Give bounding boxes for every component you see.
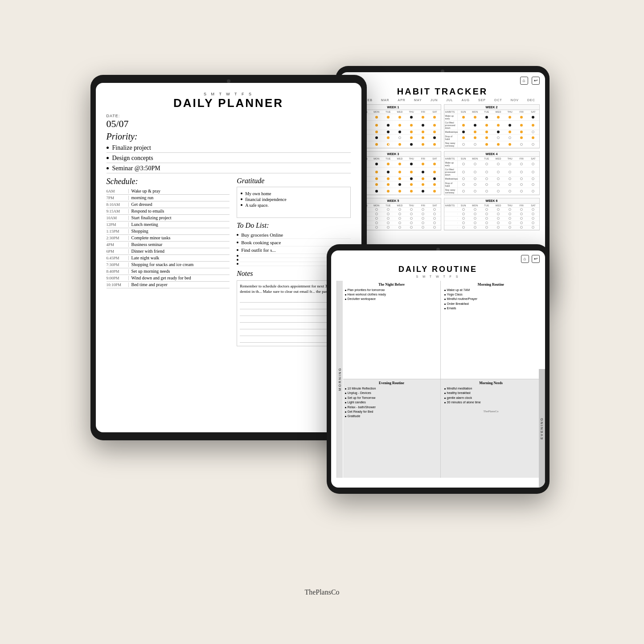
dot — [485, 183, 488, 186]
month-sep: SEP — [478, 98, 486, 102]
cell — [481, 130, 492, 134]
dot-filled — [410, 136, 413, 139]
back-icon[interactable]: ↩ — [532, 77, 540, 85]
dot — [485, 177, 488, 180]
cell — [417, 189, 429, 193]
cell — [417, 212, 429, 216]
tablet-daily-routine: ⌂ ↩ DAILY ROUTINE S M T W T F S MORNING … — [327, 244, 550, 494]
gratitude-box: My own home financial independence A saf… — [237, 187, 350, 218]
todo-bullet-3 — [237, 249, 238, 251]
cell — [492, 135, 504, 139]
habit-cells — [359, 123, 441, 127]
dot — [422, 177, 424, 180]
dot — [509, 143, 511, 146]
morning-section: The Night Before Plan priorities for tom… — [343, 281, 540, 380]
dot — [398, 213, 401, 215]
dot — [532, 163, 534, 165]
cell — [516, 217, 527, 221]
dot — [375, 163, 378, 165]
todo-text-3: Find outfit for s... — [241, 247, 276, 253]
dot — [485, 213, 488, 215]
schedule-row: 6:45PM Late night walk — [107, 255, 230, 262]
cell — [469, 123, 481, 127]
back-icon-routine[interactable]: ↩ — [532, 255, 540, 263]
mon-header: MON — [371, 110, 382, 114]
habit-row — [444, 212, 539, 217]
cell — [469, 226, 481, 230]
todo-bullet-6 — [237, 263, 238, 265]
cell — [417, 182, 429, 186]
cell — [527, 170, 539, 174]
habit-title: HABIT TRACKER — [345, 86, 540, 97]
dot — [375, 226, 378, 229]
planner-priority-label: Priority: — [107, 131, 351, 142]
habit-label: Cut Meal processed down — [444, 121, 458, 130]
cell — [382, 217, 394, 221]
morning-needs-title: Morning Needs — [444, 381, 538, 385]
priority-dot — [107, 147, 109, 149]
cell — [492, 217, 504, 221]
dot-black — [375, 136, 378, 139]
cell — [516, 177, 527, 181]
routine-title: DAILY ROUTINE — [336, 265, 540, 274]
cell — [469, 221, 481, 225]
day-col: MON — [371, 204, 382, 207]
need-text-2: healthy breakfast — [447, 391, 471, 395]
task-15: Bed time and prayer — [129, 282, 168, 287]
habit-cells — [359, 130, 441, 134]
cell — [406, 208, 417, 212]
dot — [387, 213, 390, 215]
night-text-2: Have workout clothes ready — [348, 293, 386, 296]
dot — [398, 190, 401, 193]
cell — [516, 123, 527, 127]
cell — [469, 142, 481, 146]
dot — [462, 116, 465, 119]
dot — [462, 124, 465, 127]
habit-cells — [359, 142, 441, 146]
dot-filled — [387, 116, 390, 119]
time-14: 9:00PM — [107, 276, 129, 280]
cell — [492, 115, 504, 119]
cell — [382, 130, 394, 134]
dot — [422, 208, 424, 211]
day-col: MON — [371, 157, 382, 160]
habit-row: Wake up early — [444, 114, 539, 121]
dot — [433, 171, 436, 173]
cell — [382, 212, 394, 216]
cell — [371, 212, 382, 216]
habit-months: JAN FEB MAR APR MAY JUN JUL AUG SEP OCT … — [345, 98, 540, 102]
dot — [532, 131, 534, 133]
cell — [504, 177, 516, 181]
dot — [398, 208, 401, 211]
cell — [458, 226, 469, 230]
bullet — [345, 411, 346, 413]
evening-routine-col: Evening Routine 10 Minute Reflection Unp… — [343, 379, 441, 478]
cell — [406, 226, 417, 230]
cell — [382, 226, 394, 230]
cell — [429, 177, 440, 181]
cell — [481, 182, 492, 186]
task-5: Start finalizing project — [129, 215, 172, 220]
dot — [387, 171, 390, 173]
bullet — [345, 294, 346, 295]
day-col: FRI — [516, 204, 527, 207]
cell — [527, 212, 539, 216]
cell — [417, 170, 429, 174]
habit-cells — [359, 135, 441, 139]
day-col: WED — [394, 157, 406, 160]
task-11: Late night walk — [129, 255, 160, 260]
morning-text-2: Yoga Class — [447, 293, 463, 296]
habit-cells — [359, 162, 441, 166]
routine-sections: MORNING The Night Before Plan priorities… — [336, 281, 540, 478]
cell — [492, 170, 504, 174]
home-icon[interactable]: ⌂ — [520, 77, 528, 85]
time-6: 12PM — [107, 222, 129, 227]
sat-header: SAT — [429, 110, 440, 114]
home-icon-routine[interactable]: ⌂ — [521, 255, 529, 263]
planner-date: 05/07 — [107, 118, 351, 130]
cell — [429, 182, 440, 186]
dot — [474, 183, 476, 186]
dot — [410, 208, 413, 211]
cell — [527, 189, 539, 193]
day-col: TUE — [382, 204, 394, 207]
